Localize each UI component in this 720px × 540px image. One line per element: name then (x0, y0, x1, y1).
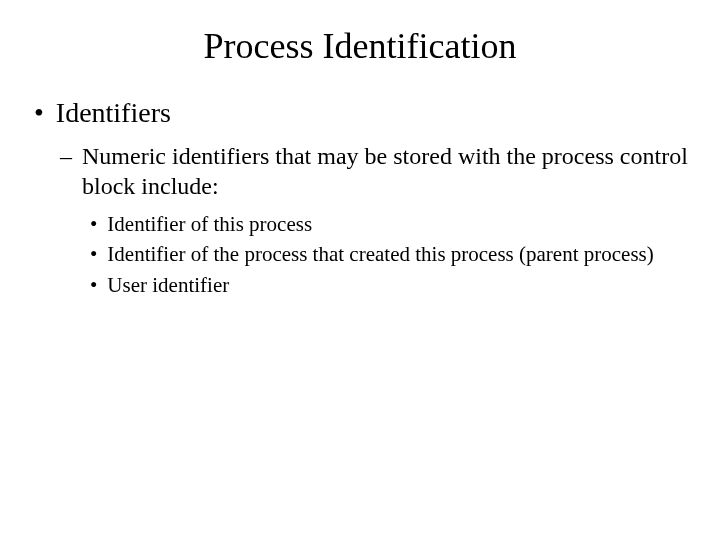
slide-title: Process Identification (30, 25, 690, 67)
list-text: User identifier (107, 272, 690, 298)
list-item-l2: – Numeric identifiers that may be stored… (60, 141, 690, 201)
list-item-l3: • Identifier of the process that created… (90, 241, 690, 267)
list-text: Identifiers (56, 97, 690, 129)
bullet-marker: • (90, 211, 97, 237)
list-item-l3: • Identifier of this process (90, 211, 690, 237)
list-text: Numeric identifiers that may be stored w… (82, 141, 690, 201)
list-item-l1: • Identifiers (30, 97, 690, 129)
bullet-marker: • (90, 272, 97, 298)
dash-marker: – (60, 141, 72, 171)
list-item-l3: • User identifier (90, 272, 690, 298)
list-text: Identifier of this process (107, 211, 690, 237)
bullet-marker: • (34, 97, 44, 129)
list-text: Identifier of the process that created t… (107, 241, 690, 267)
bullet-marker: • (90, 241, 97, 267)
